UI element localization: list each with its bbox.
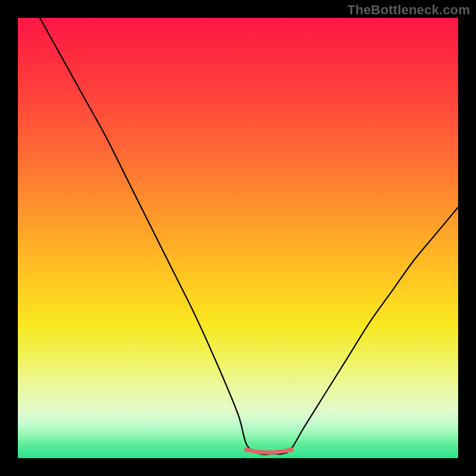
flat-end-dot-right xyxy=(288,447,293,452)
chart-frame: TheBottleneck.com xyxy=(0,0,476,476)
watermark-text: TheBottleneck.com xyxy=(347,2,470,18)
bottleneck-curve-svg xyxy=(18,18,458,458)
flat-end-dot-left xyxy=(244,447,249,452)
curve-path xyxy=(40,18,458,455)
plot-area xyxy=(18,18,458,458)
flat-segment-path xyxy=(247,450,291,453)
